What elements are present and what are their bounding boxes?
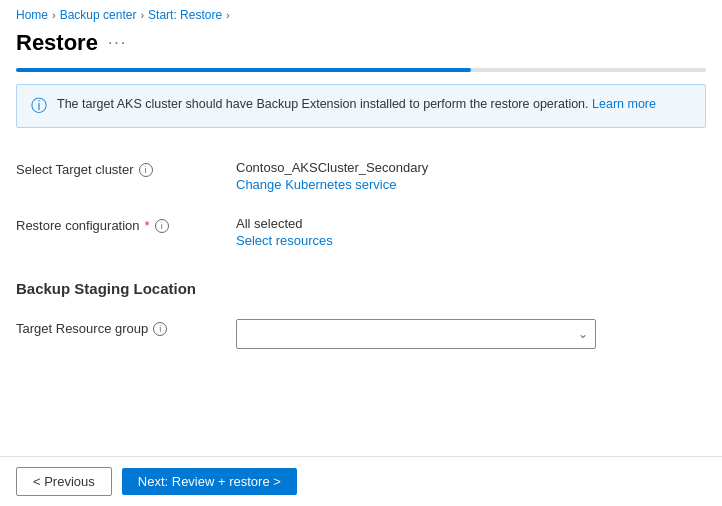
breadcrumb-sep-1: ›	[52, 9, 56, 21]
info-banner: ⓘ The target AKS cluster should have Bac…	[16, 84, 706, 128]
breadcrumb-sep-3: ›	[226, 9, 230, 21]
form-section: Select Target cluster i Contoso_AKSClust…	[0, 148, 722, 260]
page-header: Restore ···	[0, 26, 722, 68]
target-cluster-label: Select Target cluster i	[16, 160, 236, 177]
form-row-target-cluster: Select Target cluster i Contoso_AKSClust…	[16, 148, 706, 204]
breadcrumb-sep-2: ›	[140, 9, 144, 21]
target-resource-group-label: Target Resource group i	[16, 319, 236, 336]
breadcrumb-start-restore[interactable]: Start: Restore	[148, 8, 222, 22]
restore-config-label: Restore configuration * i	[16, 216, 236, 233]
target-cluster-info-icon[interactable]: i	[139, 163, 153, 177]
target-rg-info-icon[interactable]: i	[153, 322, 167, 336]
target-resource-group-dropdown[interactable]	[236, 319, 596, 349]
more-options-icon[interactable]: ···	[108, 34, 127, 52]
next-review-restore-button[interactable]: Next: Review + restore >	[122, 468, 297, 495]
staging-form-section: Target Resource group i ⌄	[0, 307, 722, 361]
footer: < Previous Next: Review + restore >	[0, 456, 722, 506]
change-kubernetes-link[interactable]: Change Kubernetes service	[236, 177, 706, 192]
info-icon: ⓘ	[31, 96, 47, 117]
breadcrumb-backup-center[interactable]: Backup center	[60, 8, 137, 22]
breadcrumb-home[interactable]: Home	[16, 8, 48, 22]
restore-config-current: All selected	[236, 216, 706, 231]
target-cluster-name: Contoso_AKSCluster_Secondary	[236, 160, 706, 175]
form-row-target-resource-group: Target Resource group i ⌄	[16, 307, 706, 361]
breadcrumb: Home › Backup center › Start: Restore ›	[0, 0, 722, 26]
page-title: Restore	[16, 30, 98, 56]
target-cluster-value: Contoso_AKSCluster_Secondary Change Kube…	[236, 160, 706, 192]
info-banner-text: The target AKS cluster should have Backu…	[57, 95, 656, 114]
restore-config-info-icon[interactable]: i	[155, 219, 169, 233]
progress-bar-fill	[16, 68, 471, 72]
required-indicator: *	[145, 218, 150, 233]
restore-config-value: All selected Select resources	[236, 216, 706, 248]
progress-bar-container	[16, 68, 706, 72]
target-resource-group-value: ⌄	[236, 319, 706, 349]
form-row-restore-config: Restore configuration * i All selected S…	[16, 204, 706, 260]
target-resource-group-dropdown-wrapper: ⌄	[236, 319, 596, 349]
select-resources-link[interactable]: Select resources	[236, 233, 706, 248]
previous-button[interactable]: < Previous	[16, 467, 112, 496]
learn-more-link[interactable]: Learn more	[592, 97, 656, 111]
staging-location-heading: Backup Staging Location	[0, 260, 722, 307]
